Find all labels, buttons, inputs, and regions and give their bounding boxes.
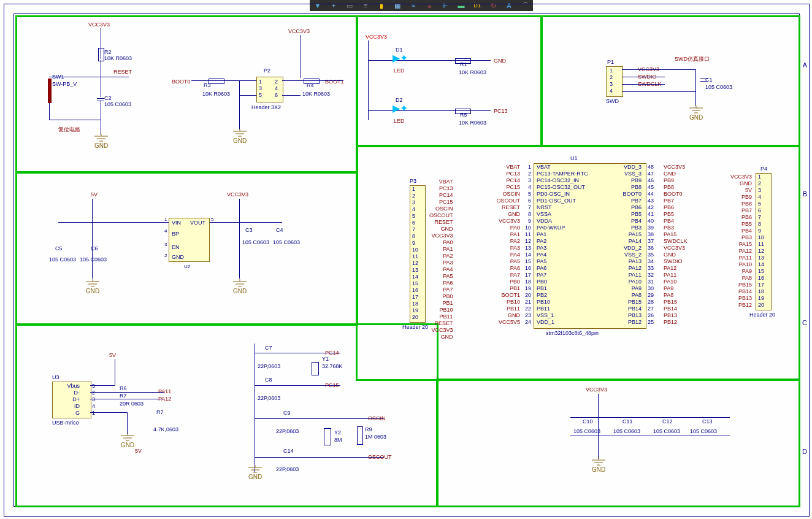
c1-val: 105 C0603 [705, 84, 732, 90]
n-vcc-dec: VCC3V3 [586, 386, 607, 393]
w [239, 80, 240, 129]
u2-vin: VIN [172, 220, 181, 226]
c6-val: 105 C0603 [80, 256, 107, 263]
p2-name: Header 3X2 [251, 104, 281, 110]
w [49, 120, 101, 120]
c14-ref: C14 [283, 448, 294, 454]
w [301, 35, 301, 78]
p3-nets: VBATPC13PC14PC15OSCINOSCOUTRESETGNDVCC3V… [429, 179, 453, 340]
y1-ref: Y1 [322, 356, 329, 362]
n-pc14: PC14 [325, 350, 339, 356]
d2-name: LED [394, 118, 405, 124]
c10-r: C10 [583, 418, 593, 425]
gnd-vreg-r: GND [231, 279, 249, 294]
w [255, 457, 383, 458]
c13-r: C13 [702, 418, 713, 425]
swd-name: SWD [606, 98, 619, 104]
net-boot0: BOOT0 [172, 79, 191, 85]
d2-icon: ▶✦ [393, 102, 408, 114]
r7-valb2: 4.7K,0603 [153, 426, 178, 433]
w [622, 69, 695, 70]
c10-v: 105 C0603 [573, 428, 600, 434]
r3-val: 10K R0603 [202, 91, 230, 97]
sw1-body [48, 79, 52, 103]
c14-val: 22P,0603 [276, 466, 299, 472]
w [282, 95, 301, 96]
r7-valb: R7 [156, 409, 164, 415]
w [695, 69, 696, 106]
schematic-canvas[interactable]: ▼ + ▭ ≡ ▮ ▦ ≈ ⏚ ⊩ ▬ D1 ↻ A ⌒ A B C D VCC… [0, 0, 812, 519]
p1-ref: P1 [607, 59, 614, 65]
p1-pins: 1234 [610, 67, 613, 94]
n-5v-usb: 5V [109, 352, 116, 358]
r4-body [304, 79, 320, 84]
w [58, 222, 169, 223]
gnd-swd: GND [687, 106, 705, 121]
y1-body [312, 362, 319, 375]
c12-v: 105 C0603 [653, 428, 680, 434]
y2-val: 8M [334, 437, 342, 443]
r9-val: 1M 0603 [365, 434, 386, 440]
net-vcc-boot: VCC3V3 [288, 28, 310, 34]
gnd-usb: GND [118, 433, 137, 448]
w [209, 222, 282, 223]
cap [97, 98, 104, 99]
c4-ref: C4 [276, 227, 283, 233]
gnd-boot: GND [231, 129, 249, 144]
p3-name: Header 20 [402, 324, 428, 330]
zone-swd [540, 15, 800, 147]
u2-en: EN [172, 244, 180, 250]
net-boot1: BOOT1 [325, 79, 344, 85]
u3-name: USB-mrico [52, 420, 79, 426]
w [255, 344, 255, 472]
r9-ref: R9 [365, 426, 372, 433]
r2-body [98, 48, 104, 61]
c13-v: 105 C0603 [690, 428, 717, 434]
net-vcc-reset: VCC3V3 [88, 21, 110, 28]
net-reset: RESET [113, 69, 132, 75]
row-d: D [802, 448, 807, 455]
cap [700, 79, 708, 79]
u3-num: 52341 [92, 383, 95, 417]
c8-ref: C8 [265, 377, 272, 383]
row-b: B [803, 190, 807, 198]
u2-ref: U2 [184, 264, 190, 269]
u1-lnet: VBATPC13PC14PC15OSCINOSCOUTRESETGNDVCC3V… [491, 164, 520, 326]
u3-pn: VbusD-D+IDG [55, 383, 80, 417]
p3-num: 1234567891011121314151617181920 [412, 186, 418, 321]
u2-gnd: GND [172, 254, 184, 260]
c1-ref: C1 [705, 77, 713, 83]
r6-ref: R6 [120, 385, 127, 391]
sw1-val: SW-PB_V [52, 81, 77, 87]
w [570, 417, 730, 418]
r1-val: 10K R0603 [459, 69, 486, 75]
p4-name: Header 20 [749, 312, 775, 318]
r5-val: 10K R0603 [459, 120, 486, 126]
r5-body [455, 109, 471, 114]
w [239, 95, 256, 96]
p2-ref: P2 [264, 67, 270, 74]
c7-val: 22P,0603 [258, 363, 280, 369]
c2-val: 105 C0603 [104, 101, 131, 107]
u2-bp: BP [172, 231, 179, 237]
p2-pins-l: 135 [259, 79, 262, 99]
sw1-ref: SW1 [52, 74, 64, 80]
net-gnd-d1: GND [494, 58, 506, 64]
y2-ref: Y2 [334, 429, 341, 436]
c8-val: 22P,0603 [258, 395, 280, 401]
reset-title: 复位电路 [58, 126, 80, 134]
r2-val: 10K R0603 [104, 55, 132, 61]
n-pc15: PC15 [325, 382, 339, 388]
w [622, 84, 665, 85]
c11-v: 105 C0603 [613, 428, 640, 434]
row-c: C [802, 319, 807, 326]
c5-ref: C5 [55, 245, 63, 252]
c9-ref: C9 [283, 410, 291, 416]
r9-body [357, 426, 363, 445]
w [368, 60, 491, 61]
p1-body [606, 66, 623, 97]
gnd-xtal: GND [246, 465, 264, 480]
w [570, 436, 730, 436]
d1-name: LED [394, 67, 405, 74]
w [90, 392, 164, 393]
